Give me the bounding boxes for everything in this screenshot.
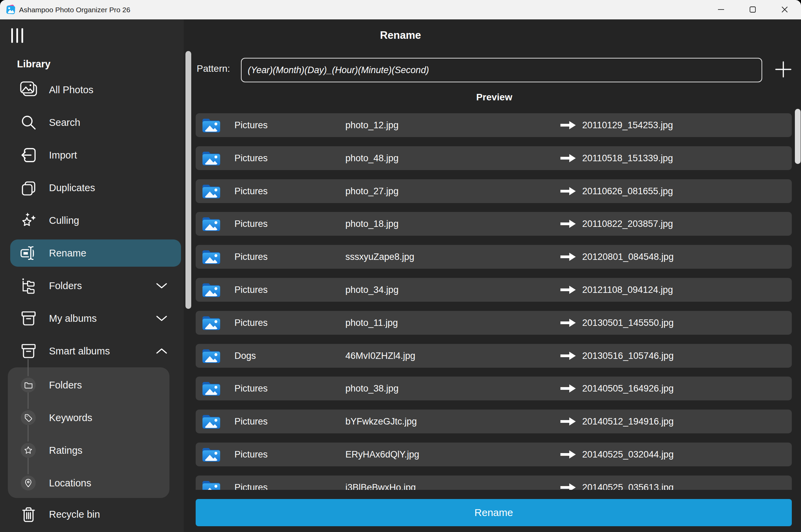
- row-old-filename: ERyHAx6dQlY.jpg: [345, 443, 419, 466]
- row-new-filename: 20140525_032044.jpg: [582, 443, 674, 466]
- preview-row[interactable]: Pictures photo_18.jpg 20110822_203857.jp…: [196, 212, 792, 236]
- sidebar-item-duplicates[interactable]: Duplicates: [0, 171, 184, 204]
- sidebar-item-all-photos[interactable]: All Photos: [0, 73, 184, 106]
- minimize-button[interactable]: [713, 2, 729, 17]
- row-folder-name: Pictures: [234, 146, 268, 170]
- row-new-filename: 20140505_164926.jpg: [582, 377, 674, 400]
- folder-icon: [21, 378, 36, 393]
- sidebar-scrollbar[interactable]: [185, 51, 191, 309]
- row-new-filename: 20110626_081655.jpg: [582, 179, 673, 203]
- folder-tree-icon: [19, 277, 38, 295]
- row-old-filename: i3BlBeBwxHo.jpg: [345, 476, 416, 490]
- row-folder-name: Pictures: [234, 410, 268, 433]
- rename-icon: [19, 244, 38, 262]
- preview-row[interactable]: Pictures i3BlBeBwxHo.jpg 20140525_035613…: [196, 476, 792, 490]
- chevron-up-icon: [156, 348, 167, 354]
- preview-row[interactable]: Pictures photo_11.jpg 20130501_145550.jp…: [196, 311, 792, 335]
- sidebar-item-folders[interactable]: Folders: [0, 269, 184, 302]
- folder-image-icon: [202, 480, 221, 490]
- preview-scrollbar[interactable]: [795, 109, 801, 164]
- arrow-right-icon: [560, 153, 576, 163]
- sidebar-item-recycle-bin[interactable]: Recycle bin: [0, 498, 184, 531]
- preview-row[interactable]: Pictures photo_34.jpg 20121108_094124.jp…: [196, 278, 792, 302]
- row-folder-name: Pictures: [234, 377, 268, 400]
- tree-connector: [28, 359, 29, 367]
- arrow-right-icon: [560, 120, 576, 130]
- duplicates-icon: [19, 179, 38, 197]
- row-new-filename: 20140512_194916.jpg: [582, 410, 674, 433]
- pattern-input[interactable]: [241, 58, 762, 82]
- preview-row[interactable]: Pictures bYFwkzeGJtc.jpg 20140512_194916…: [196, 410, 792, 433]
- pattern-label: Pattern:: [197, 63, 230, 74]
- page-title: Rename: [0, 29, 801, 41]
- chevron-down-icon: [156, 282, 167, 289]
- folder-image-icon: [202, 150, 221, 166]
- arrow-right-icon: [560, 384, 576, 393]
- row-new-filename: 20110129_154253.jpg: [582, 113, 673, 137]
- folder-image-icon: [202, 117, 221, 133]
- titlebar: Ashampoo Photo Organizer Pro 26: [0, 0, 801, 19]
- sidebar-item-rename[interactable]: Rename: [0, 237, 184, 269]
- close-button[interactable]: [777, 2, 792, 17]
- album-icon: [19, 309, 38, 328]
- preview-row[interactable]: Pictures photo_48.jpg 20110518_151339.jp…: [196, 146, 792, 170]
- app-logo-icon: [5, 4, 16, 15]
- window-title: Ashampoo Photo Organizer Pro 26: [19, 0, 130, 19]
- preview-row[interactable]: Dogs 46MvI0ZHZl4.jpg 20130516_105746.jpg: [196, 344, 792, 368]
- row-new-filename: 20110518_151339.jpg: [582, 146, 673, 170]
- row-folder-name: Pictures: [234, 113, 268, 137]
- star-icon: [21, 443, 36, 458]
- preview-row[interactable]: Pictures photo_38.jpg 20140505_164926.jp…: [196, 377, 792, 400]
- arrow-right-icon: [560, 252, 576, 262]
- row-folder-name: Pictures: [234, 245, 268, 269]
- row-old-filename: photo_27.jpg: [345, 179, 398, 203]
- row-folder-name: Dogs: [234, 344, 256, 368]
- row-folder-name: Pictures: [234, 212, 268, 236]
- arrow-right-icon: [560, 450, 576, 459]
- row-folder-name: Pictures: [234, 278, 268, 302]
- row-old-filename: photo_34.jpg: [345, 278, 398, 302]
- row-folder-name: Pictures: [234, 443, 268, 466]
- maximize-button[interactable]: [745, 2, 761, 17]
- album-icon: [19, 342, 38, 360]
- folder-image-icon: [202, 381, 221, 396]
- row-new-filename: 20140525_035613.jpg: [582, 476, 674, 490]
- sidebar-item-keywords[interactable]: Keywords: [8, 409, 169, 442]
- row-new-filename: 20130501_145550.jpg: [582, 311, 674, 335]
- row-old-filename: photo_38.jpg: [345, 377, 398, 400]
- preview-list: Pictures photo_12.jpg 20110129_154253.jp…: [196, 107, 793, 490]
- row-new-filename: 20121108_094124.jpg: [582, 278, 673, 302]
- row-old-filename: bYFwkzeGJtc.jpg: [345, 410, 417, 433]
- row-old-filename: sssxyuZape8.jpg: [345, 245, 414, 269]
- preview-row[interactable]: Pictures photo_12.jpg 20110129_154253.jp…: [196, 113, 792, 137]
- sidebar-item-search[interactable]: Search: [0, 106, 184, 139]
- preview-row[interactable]: Pictures photo_27.jpg 20110626_081655.jp…: [196, 179, 792, 203]
- chevron-down-icon: [156, 315, 167, 322]
- row-old-filename: 46MvI0ZHZl4.jpg: [345, 344, 415, 368]
- sidebar-item-import[interactable]: Import: [0, 139, 184, 171]
- arrow-right-icon: [560, 351, 576, 361]
- trash-icon: [19, 505, 38, 523]
- rename-button[interactable]: Rename: [196, 499, 792, 526]
- arrow-right-icon: [560, 186, 576, 196]
- sidebar-item-culling[interactable]: Culling: [0, 204, 184, 237]
- sidebar-item-my-albums[interactable]: My albums: [0, 302, 184, 335]
- app-window: Ashampoo Photo Organizer Pro 26 Library …: [0, 0, 801, 532]
- row-old-filename: photo_12.jpg: [345, 113, 398, 137]
- arrow-right-icon: [560, 417, 576, 426]
- row-new-filename: 20120801_084548.jpg: [582, 245, 674, 269]
- folder-image-icon: [202, 447, 221, 462]
- preview-row[interactable]: Pictures sssxyuZape8.jpg 20120801_084548…: [196, 245, 792, 269]
- add-pattern-button[interactable]: [774, 61, 792, 78]
- tree-connector: [28, 367, 29, 376]
- folder-image-icon: [202, 216, 221, 232]
- preview-row[interactable]: Pictures ERyHAx6dQlY.jpg 20140525_032044…: [196, 443, 792, 466]
- row-new-filename: 20130516_105746.jpg: [582, 344, 674, 368]
- arrow-right-icon: [560, 318, 576, 328]
- tag-icon: [21, 410, 36, 425]
- folder-image-icon: [202, 348, 221, 364]
- arrow-right-icon: [560, 285, 576, 295]
- photos-icon: [19, 81, 38, 99]
- row-new-filename: 20110822_203857.jpg: [582, 212, 673, 236]
- arrow-right-icon: [560, 219, 576, 229]
